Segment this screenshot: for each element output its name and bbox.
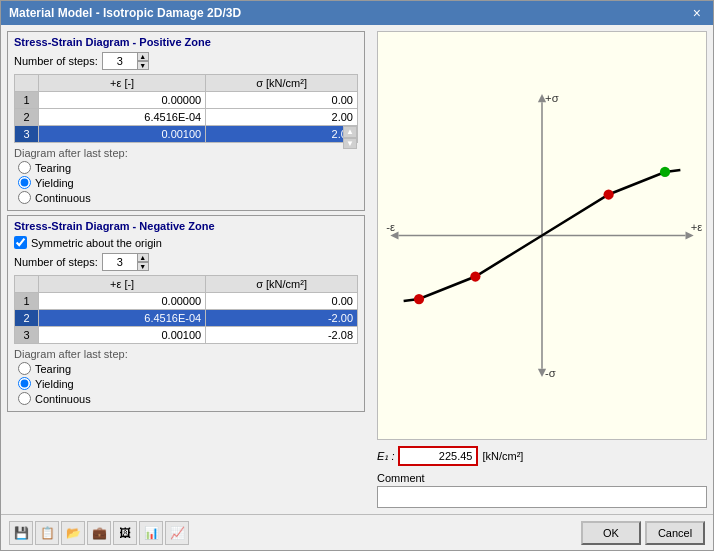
spin-up-neg[interactable]: ▲ [137,253,149,262]
spin-btns-neg: ▲ ▼ [137,253,149,271]
radio-group-neg: TearingYieldingContinuous [18,362,358,405]
num-steps-spinner-pos[interactable]: ▲ ▼ [102,52,149,70]
neg-row-eps[interactable]: 6.4516E-04 [39,310,206,327]
after-last-label-neg: Diagram after last step: [14,348,358,360]
ei-label: E₁ : [377,450,394,463]
radio-label-neg-continuous: Continuous [35,393,91,405]
spin-up-pos[interactable]: ▲ [137,52,149,61]
radio-label-neg-tearing: Tearing [35,363,71,375]
spin-btns-pos: ▲ ▼ [137,52,149,70]
radio-item-pos-yielding[interactable]: Yielding [18,176,358,189]
pos-row-num: 3 [15,126,39,143]
svg-point-13 [470,271,480,281]
pos-table-row[interactable]: 2 6.4516E-04 2.00 [15,109,358,126]
footer: 💾 📋 📂 💼 🖼 📊 📈 OK Cancel [1,514,713,550]
radio-group-pos: TearingYieldingContinuous [18,161,358,204]
num-steps-spinner-neg[interactable]: ▲ ▼ [102,253,149,271]
pos-row-num: 2 [15,109,39,126]
negative-table: +ε [-] σ [kN/cm²] 1 0.00000 0.00 2 6.451… [14,275,358,344]
num-steps-row-neg: Number of steps: ▲ ▼ [14,253,358,271]
comment-label: Comment [377,472,707,484]
symmetric-row: Symmetric about the origin [14,236,358,249]
radio-input-neg-yielding[interactable] [18,377,31,390]
window-title: Material Model - Isotropic Damage 2D/3D [9,6,241,20]
neg-table-row[interactable]: 3 0.00100 -2.08 [15,327,358,344]
neg-col-sigma: σ [kN/cm²] [206,276,358,293]
right-panel: +ε -ε +σ -σ [371,25,713,514]
radio-input-pos-continuous[interactable] [18,191,31,204]
num-steps-label-pos: Number of steps: [14,55,98,67]
radio-input-neg-tearing[interactable] [18,362,31,375]
ei-input[interactable] [398,446,478,466]
neg-row-eps[interactable]: 0.00100 [39,327,206,344]
neg-row-num: 2 [15,310,39,327]
svg-point-14 [414,294,424,304]
neg-col-num [15,276,39,293]
neg-row-num: 3 [15,327,39,344]
ei-unit: [kN/cm²] [482,450,523,462]
neg-row-sigma[interactable]: -2.00 [206,310,358,327]
main-content: Stress-Strain Diagram - Positive Zone Nu… [1,25,713,514]
radio-item-neg-yielding[interactable]: Yielding [18,377,358,390]
icon-btn-6[interactable]: 📊 [139,521,163,545]
negative-zone-title: Stress-Strain Diagram - Negative Zone [14,220,358,232]
svg-text:-ε: -ε [386,221,395,233]
neg-table-row[interactable]: 2 6.4516E-04 -2.00 [15,310,358,327]
pos-row-eps[interactable]: 0.00000 [39,92,206,109]
icon-btn-3[interactable]: 📂 [61,521,85,545]
symmetric-label: Symmetric about the origin [31,237,162,249]
svg-point-11 [604,189,614,199]
pos-table-row[interactable]: 1 0.00000 0.00 [15,92,358,109]
ok-button[interactable]: OK [581,521,641,545]
radio-input-pos-tearing[interactable] [18,161,31,174]
svg-text:+σ: +σ [545,92,559,104]
num-steps-input-pos[interactable] [102,52,138,70]
icon-btn-5[interactable]: 🖼 [113,521,137,545]
symmetric-checkbox[interactable] [14,236,27,249]
comment-input[interactable] [377,486,707,508]
num-steps-row-pos: Number of steps: ▲ ▼ [14,52,358,70]
radio-label-pos-tearing: Tearing [35,162,71,174]
icon-btn-1[interactable]: 💾 [9,521,33,545]
neg-col-eps: +ε [-] [39,276,206,293]
icon-btn-2[interactable]: 📋 [35,521,59,545]
title-bar: Material Model - Isotropic Damage 2D/3D … [1,1,713,25]
pos-table-row[interactable]: 3 0.00100 2.08▲▼ [15,126,358,143]
radio-item-pos-continuous[interactable]: Continuous [18,191,358,204]
footer-icons: 💾 📋 📂 💼 🖼 📊 📈 [9,521,577,545]
neg-table-row[interactable]: 1 0.00000 0.00 [15,293,358,310]
svg-point-12 [660,167,670,177]
radio-input-pos-yielding[interactable] [18,176,31,189]
stress-strain-chart: +ε -ε +σ -σ [378,32,706,439]
neg-row-num: 1 [15,293,39,310]
spin-down-pos[interactable]: ▼ [137,61,149,70]
neg-row-sigma[interactable]: -2.08 [206,327,358,344]
pos-col-eps: +ε [-] [39,75,206,92]
close-button[interactable]: × [689,5,705,21]
pos-row-sigma[interactable]: 0.00 [206,92,358,109]
icon-btn-4[interactable]: 💼 [87,521,111,545]
radio-item-pos-tearing[interactable]: Tearing [18,161,358,174]
pos-row-eps[interactable]: 0.00100 [39,126,206,143]
spin-down-neg[interactable]: ▼ [137,262,149,271]
cancel-button[interactable]: Cancel [645,521,705,545]
neg-row-eps[interactable]: 0.00000 [39,293,206,310]
pos-row-eps[interactable]: 6.4516E-04 [39,109,206,126]
radio-label-pos-continuous: Continuous [35,192,91,204]
num-steps-input-neg[interactable] [102,253,138,271]
radio-label-neg-yielding: Yielding [35,378,74,390]
pos-col-num [15,75,39,92]
neg-row-sigma[interactable]: 0.00 [206,293,358,310]
radio-label-pos-yielding: Yielding [35,177,74,189]
radio-input-neg-continuous[interactable] [18,392,31,405]
negative-zone-group: Stress-Strain Diagram - Negative Zone Sy… [7,215,365,412]
icon-btn-7[interactable]: 📈 [165,521,189,545]
radio-item-neg-tearing[interactable]: Tearing [18,362,358,375]
svg-text:-σ: -σ [545,367,556,379]
left-panel: Stress-Strain Diagram - Positive Zone Nu… [1,25,371,514]
pos-row-sigma[interactable]: 2.00 [206,109,358,126]
pos-row-sigma[interactable]: 2.08▲▼ [206,126,358,143]
positive-zone-title: Stress-Strain Diagram - Positive Zone [14,36,358,48]
chart-area: +ε -ε +σ -σ [377,31,707,440]
radio-item-neg-continuous[interactable]: Continuous [18,392,358,405]
